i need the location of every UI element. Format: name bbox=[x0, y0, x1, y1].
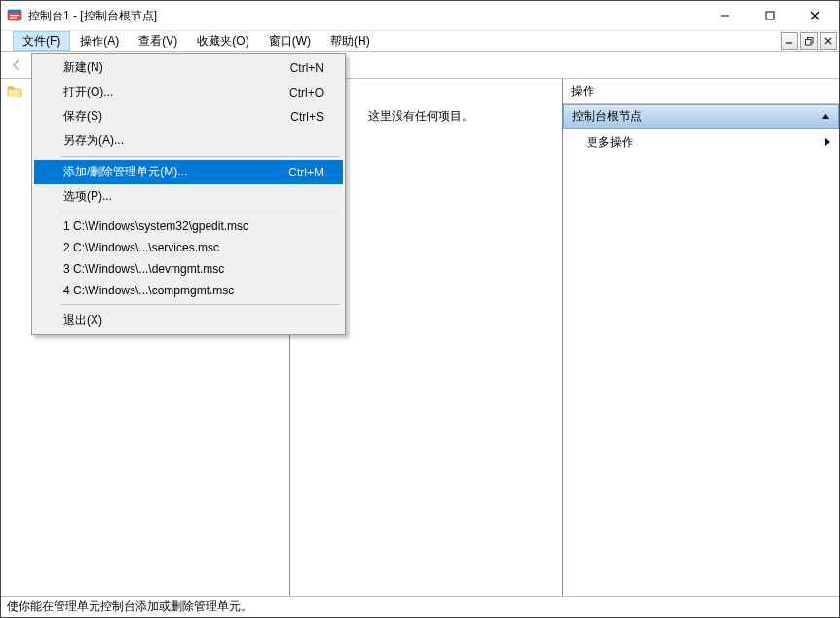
menu-item-mru-2[interactable]: 2 C:\Windows\...\services.msc bbox=[34, 237, 343, 258]
mdi-minimize-button[interactable] bbox=[781, 32, 798, 50]
svg-rect-3 bbox=[10, 18, 17, 19]
actions-more-row[interactable]: 更多操作 bbox=[563, 129, 839, 157]
svg-rect-1 bbox=[8, 10, 21, 13]
actions-header: 操作 bbox=[563, 79, 839, 104]
menu-item-label: 退出(X) bbox=[63, 312, 102, 328]
window-title: 控制台1 - [控制台根节点] bbox=[28, 8, 703, 24]
menu-item-open[interactable]: 打开(O)... Ctrl+O bbox=[34, 80, 343, 104]
maximize-button[interactable] bbox=[747, 1, 792, 30]
actions-section-label: 控制台根节点 bbox=[572, 108, 642, 125]
app-icon bbox=[7, 8, 22, 23]
menu-item-label: 1 C:\Windows\system32\gpedit.msc bbox=[63, 219, 248, 233]
mmc-window: 控制台1 - [控制台根节点] 文件(F) 操作(A) 查看(V) 收藏夹(O)… bbox=[0, 0, 840, 618]
back-button[interactable] bbox=[5, 54, 28, 77]
menu-item-shortcut: Ctrl+N bbox=[290, 61, 324, 75]
status-text: 使你能在管理单元控制台添加或删除管理单元。 bbox=[7, 599, 252, 615]
window-controls bbox=[703, 1, 837, 30]
menu-item-save[interactable]: 保存(S) Ctrl+S bbox=[34, 104, 343, 129]
file-menu-dropdown: 新建(N) Ctrl+N 打开(O)... Ctrl+O 保存(S) Ctrl+… bbox=[31, 53, 346, 335]
menu-separator bbox=[61, 304, 339, 305]
menu-separator bbox=[61, 212, 339, 212]
menu-item-label: 新建(N) bbox=[63, 59, 103, 76]
menu-item-mru-3[interactable]: 3 C:\Windows\...\devmgmt.msc bbox=[34, 258, 343, 280]
actions-more-label: 更多操作 bbox=[587, 135, 633, 151]
menu-item-label: 选项(P)... bbox=[63, 188, 112, 205]
menu-item-label: 打开(O)... bbox=[63, 84, 113, 100]
menu-item-shortcut: Ctrl+M bbox=[288, 166, 324, 179]
mdi-close-button[interactable] bbox=[820, 32, 837, 50]
menu-item-label: 4 C:\Windows\...\compmgmt.msc bbox=[63, 284, 234, 297]
collapse-icon bbox=[821, 110, 830, 124]
menu-item-new[interactable]: 新建(N) Ctrl+N bbox=[34, 56, 343, 80]
menu-item-mru-4[interactable]: 4 C:\Windows\...\compmgmt.msc bbox=[34, 280, 343, 301]
mdi-controls bbox=[779, 32, 837, 50]
minimize-button[interactable] bbox=[703, 1, 747, 30]
actions-pane: 操作 控制台根节点 更多操作 bbox=[563, 79, 839, 596]
actions-section-title[interactable]: 控制台根节点 bbox=[563, 104, 839, 129]
menu-item-label: 添加/删除管理单元(M)... bbox=[63, 164, 187, 180]
menu-item-label: 2 C:\Windows\...\services.msc bbox=[63, 241, 219, 254]
menu-item-options[interactable]: 选项(P)... bbox=[34, 184, 343, 209]
svg-rect-2 bbox=[10, 15, 19, 16]
menu-item-add-remove-snapin[interactable]: 添加/删除管理单元(M)... Ctrl+M bbox=[34, 160, 343, 184]
menu-action[interactable]: 操作(A) bbox=[70, 31, 129, 51]
menu-item-shortcut: Ctrl+S bbox=[290, 110, 324, 124]
titlebar: 控制台1 - [控制台根节点] bbox=[1, 1, 839, 30]
menu-item-label: 保存(S) bbox=[63, 108, 102, 125]
folder-icon bbox=[7, 84, 22, 97]
chevron-right-icon bbox=[823, 136, 831, 150]
menu-item-label: 3 C:\Windows\...\devmgmt.msc bbox=[63, 262, 224, 276]
menu-separator bbox=[61, 156, 339, 157]
menu-view[interactable]: 查看(V) bbox=[129, 31, 187, 51]
menu-file[interactable]: 文件(F) bbox=[13, 31, 70, 51]
svg-rect-10 bbox=[805, 39, 811, 45]
menu-item-shortcut: Ctrl+O bbox=[289, 86, 324, 99]
menu-help[interactable]: 帮助(H) bbox=[321, 31, 380, 51]
menu-favorites[interactable]: 收藏夹(O) bbox=[187, 31, 258, 51]
svg-rect-5 bbox=[766, 12, 774, 19]
menu-item-label: 另存为(A)... bbox=[63, 133, 124, 149]
menubar: 文件(F) 操作(A) 查看(V) 收藏夹(O) 窗口(W) 帮助(H) bbox=[1, 30, 839, 52]
mdi-restore-button[interactable] bbox=[800, 32, 818, 50]
menu-item-exit[interactable]: 退出(X) bbox=[34, 308, 343, 332]
close-button[interactable] bbox=[792, 1, 837, 30]
menu-window[interactable]: 窗口(W) bbox=[259, 31, 321, 51]
statusbar: 使你能在管理单元控制台添加或删除管理单元。 bbox=[1, 596, 839, 617]
menu-item-save-as[interactable]: 另存为(A)... bbox=[34, 129, 343, 153]
empty-message: 这里没有任何项目。 bbox=[368, 109, 474, 123]
menu-item-mru-1[interactable]: 1 C:\Windows\system32\gpedit.msc bbox=[34, 215, 343, 237]
